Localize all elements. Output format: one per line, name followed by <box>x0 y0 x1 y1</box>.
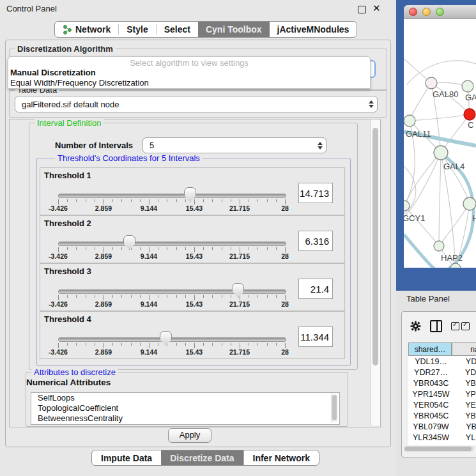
tab-discretize-data[interactable]: Discretize Data <box>161 450 243 465</box>
table-cell: YIL053C <box>408 443 452 445</box>
application-root: Control Panel ✕ NetworkStyleSelectCyni T… <box>0 0 476 476</box>
tick-mark <box>257 295 258 298</box>
interval-definition-title: Interval Definition <box>35 118 104 128</box>
attribute-list-item[interactable]: SelfLoops <box>31 393 339 403</box>
table-row[interactable]: YDR27…YDR2 <box>408 367 476 378</box>
table-horizontal-scrollbar[interactable] <box>404 446 474 452</box>
edge[interactable] <box>404 153 441 206</box>
tick-mark <box>112 199 113 202</box>
tab-style[interactable]: Style <box>119 22 155 37</box>
table-cell: YPR1 <box>452 388 476 399</box>
threshold-label: Threshold 2 <box>44 219 91 228</box>
tab-jactivemnodules[interactable]: jActiveMNodules <box>270 22 357 37</box>
number-of-intervals-combobox[interactable]: 5 <box>142 137 326 153</box>
tab-label: jActiveMNodules <box>277 24 349 35</box>
node-label: GAL11 <box>406 129 431 139</box>
table-horizontal-scrollbar-thumb[interactable] <box>404 447 472 451</box>
tab-select[interactable]: Select <box>157 22 198 37</box>
edge[interactable] <box>410 83 431 121</box>
table-row[interactable]: YLR345WYLR3 <box>408 432 476 443</box>
edge[interactable] <box>439 153 441 246</box>
table-row[interactable]: YPR145WYPR1 <box>408 388 476 399</box>
tick-mark <box>203 295 204 298</box>
tick-mark <box>176 247 177 250</box>
column-header-1[interactable]: shared… <box>408 342 452 356</box>
tick-mark <box>267 199 268 202</box>
threshold-slider-track[interactable] <box>58 337 286 342</box>
tab-infer-network[interactable]: Infer Network <box>243 450 319 465</box>
attributes-list-scrollbar[interactable] <box>331 394 338 422</box>
network-canvas[interactable]: GAL80GACGAL11GAL4GCY1HHAP2 <box>404 19 476 268</box>
tab-cyni-toolbox[interactable]: Cyni Toolbox <box>198 22 270 37</box>
checkbox-icon[interactable] <box>461 322 470 330</box>
scale-label: 21.715 <box>229 204 250 212</box>
network-node-c[interactable] <box>464 109 475 120</box>
table-row[interactable]: YIL053CYIL0 <box>408 443 476 445</box>
threshold-slider-track[interactable] <box>58 289 286 294</box>
dropdown-option-equal-width-frequency[interactable]: Equal Width/Frequency Discretization <box>8 78 370 88</box>
control-panel-tabbar: NetworkStyleSelectCyni ToolboxjActiveMNo… <box>54 21 357 38</box>
table-row[interactable]: YBL079WYBL0 <box>408 421 476 432</box>
zoom-traffic-light-icon[interactable] <box>436 8 444 16</box>
tick-mark <box>95 295 95 298</box>
network-node-hap2[interactable] <box>434 241 444 251</box>
table-row[interactable]: YER054CYER0 <box>408 399 476 410</box>
tick-mark <box>240 199 240 204</box>
tick-mark <box>95 199 95 202</box>
attributes-list-scrollbar-thumb[interactable] <box>332 395 337 420</box>
attribute-list-item[interactable]: TopologicalCoefficient <box>31 403 339 413</box>
threshold-slider-track[interactable] <box>58 194 286 198</box>
float-window-icon[interactable] <box>358 6 366 13</box>
node-label: GA <box>465 93 476 102</box>
attribute-list-item[interactable]: BetweennessCentrality <box>31 413 339 424</box>
column-header-2[interactable]: na <box>452 342 476 356</box>
main-vertical-scrollbar[interactable] <box>371 119 380 426</box>
threshold-label: Threshold 3 <box>44 266 91 276</box>
gear-icon[interactable] <box>410 321 421 332</box>
node-label: C <box>468 120 473 130</box>
apply-button[interactable]: Apply <box>168 428 211 443</box>
split-columns-icon[interactable] <box>430 320 442 332</box>
scale-label: 2.859 <box>95 204 112 212</box>
network-node-gal4[interactable] <box>434 146 448 160</box>
checkbox-icon[interactable] <box>451 322 459 330</box>
tab-network[interactable]: Network <box>55 22 118 37</box>
threshold-value-field[interactable]: 21.4 <box>298 279 333 299</box>
minimize-traffic-light-icon[interactable] <box>422 8 431 16</box>
network-window-titlebar[interactable] <box>404 5 476 19</box>
close-icon[interactable]: ✕ <box>372 3 381 14</box>
discretization-algorithm-group-title: Discretization Algorithm <box>15 44 116 54</box>
thick-edge[interactable] <box>404 234 434 268</box>
table-row[interactable]: YBR043CYBR0 <box>408 378 476 388</box>
tab-impute-data[interactable]: Impute Data <box>92 450 161 465</box>
number-of-intervals-value: 5 <box>143 141 314 150</box>
tick-mark <box>121 199 122 202</box>
edge[interactable] <box>410 114 470 121</box>
table-cell: YBR0 <box>452 410 476 421</box>
threshold-value-field[interactable]: 14.713 <box>298 183 333 203</box>
main-vertical-scrollbar-thumb[interactable] <box>372 128 378 365</box>
dropdown-option-manual-discretization[interactable]: Manual Discretization <box>8 68 370 78</box>
threshold-label: Threshold 1 <box>44 171 91 180</box>
tick-mark <box>58 247 59 252</box>
table-row[interactable]: YDL19…YDL1 <box>408 356 476 367</box>
close-traffic-light-icon[interactable] <box>409 8 417 16</box>
network-node-ga[interactable] <box>462 81 473 92</box>
network-node-gal11[interactable] <box>404 115 415 127</box>
table-cell: YPR145W <box>408 388 452 399</box>
numerical-attributes-list[interactable]: SelfLoopsTopologicalCoefficientBetweenne… <box>31 392 340 425</box>
tick-mark <box>249 199 249 202</box>
threshold-value-field[interactable]: 11.344 <box>298 326 333 347</box>
scale-label: 15.43 <box>186 300 203 308</box>
tick-mark <box>267 343 268 346</box>
network-node-h[interactable] <box>463 197 476 210</box>
tick-mark <box>167 199 167 202</box>
tick-mark <box>131 295 132 298</box>
threshold-value-field[interactable]: 6.316 <box>298 231 333 251</box>
table-cell: YER0 <box>452 399 476 410</box>
network-node-gal80[interactable] <box>426 77 437 89</box>
table-row[interactable]: YBR045CYBR0 <box>408 410 476 421</box>
threshold-slider-track[interactable] <box>58 242 286 246</box>
edge[interactable] <box>439 204 470 246</box>
table-data-combobox[interactable]: galFiltered.sif default node <box>15 96 378 112</box>
